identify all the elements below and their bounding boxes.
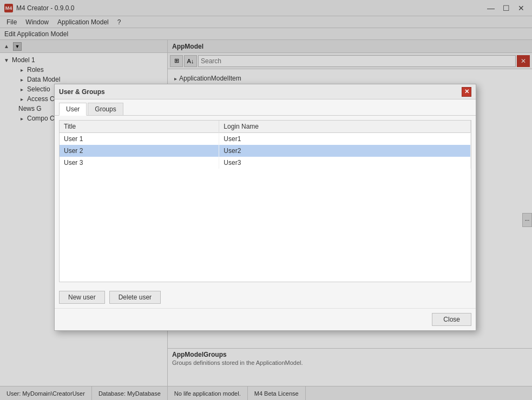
- users-table: Title Login Name User 1 User1 User 2 Use…: [60, 121, 471, 169]
- col-login-name: Login Name: [219, 121, 471, 133]
- new-user-button[interactable]: New user: [59, 291, 105, 304]
- users-table-container[interactable]: Title Login Name User 1 User1 User 2 Use…: [59, 120, 471, 282]
- tab-user[interactable]: User: [59, 103, 87, 116]
- user1-title: User 1: [60, 133, 219, 145]
- user3-login: User3: [219, 157, 471, 169]
- user3-title: User 3: [60, 157, 219, 169]
- dialog-footer: New user Delete user: [55, 286, 476, 308]
- col-title: Title: [60, 121, 219, 133]
- table-row[interactable]: User 1 User1: [60, 133, 471, 145]
- dialog-title-bar: User & Groups ✕: [55, 84, 476, 99]
- dialog-close-row: Close: [55, 308, 476, 330]
- table-row[interactable]: User 2 User2: [60, 145, 471, 157]
- user1-login: User1: [219, 133, 471, 145]
- modal-overlay: User & Groups ✕ User Groups Title Login …: [0, 0, 532, 400]
- dialog-close-button[interactable]: Close: [432, 313, 471, 326]
- user2-title: User 2: [60, 145, 219, 157]
- table-row[interactable]: User 3 User3: [60, 157, 471, 169]
- tab-bar: User Groups: [55, 99, 476, 116]
- users-table-body: User 1 User1 User 2 User2 User 3 User3: [60, 133, 471, 169]
- dialog-content: Title Login Name User 1 User1 User 2 Use…: [55, 116, 476, 286]
- user2-login: User2: [219, 145, 471, 157]
- dialog-close-x-button[interactable]: ✕: [462, 87, 471, 97]
- dialog-title: User & Groups: [59, 88, 105, 96]
- user-groups-dialog: User & Groups ✕ User Groups Title Login …: [54, 84, 476, 331]
- delete-user-button[interactable]: Delete user: [109, 291, 161, 304]
- users-table-header: Title Login Name: [60, 121, 471, 133]
- tab-groups[interactable]: Groups: [88, 103, 123, 115]
